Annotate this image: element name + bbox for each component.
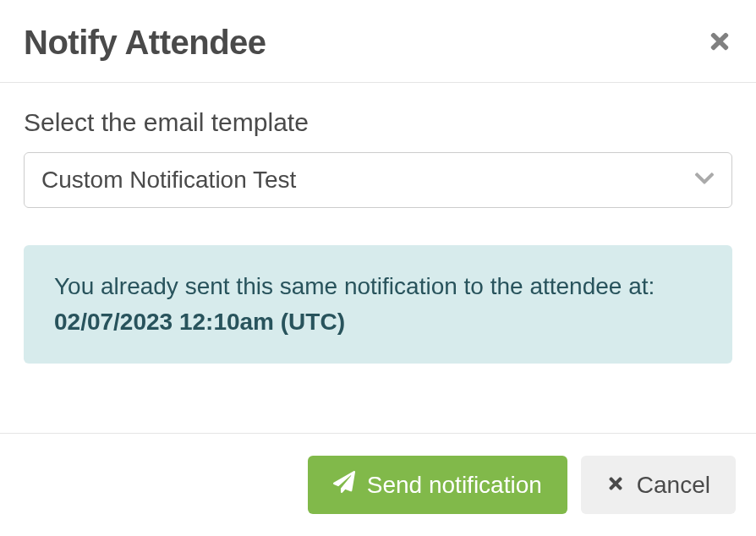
modal-body: Select the email template Custom Notific… (0, 83, 756, 433)
send-notification-button[interactable]: Send notification (308, 456, 567, 514)
times-icon (606, 472, 625, 499)
modal-title: Notify Attendee (24, 24, 266, 62)
send-button-label: Send notification (367, 472, 542, 499)
cancel-button[interactable]: Cancel (581, 456, 736, 514)
already-sent-info: You already sent this same notification … (24, 245, 732, 364)
close-icon (707, 29, 732, 57)
paper-plane-icon (333, 471, 355, 499)
modal-footer: Send notification Cancel (0, 433, 756, 536)
template-select-wrapper: Custom Notification Test (24, 152, 732, 208)
close-button[interactable] (707, 29, 732, 57)
template-field-label: Select the email template (24, 108, 732, 137)
cancel-button-label: Cancel (637, 472, 710, 499)
info-message-prefix: You already sent this same notification … (54, 273, 655, 299)
modal-header: Notify Attendee (0, 0, 756, 83)
notify-attendee-modal: Notify Attendee Select the email templat… (0, 0, 756, 536)
info-timestamp: 02/07/2023 12:10am (UTC) (54, 309, 345, 335)
template-select[interactable]: Custom Notification Test (24, 152, 732, 208)
